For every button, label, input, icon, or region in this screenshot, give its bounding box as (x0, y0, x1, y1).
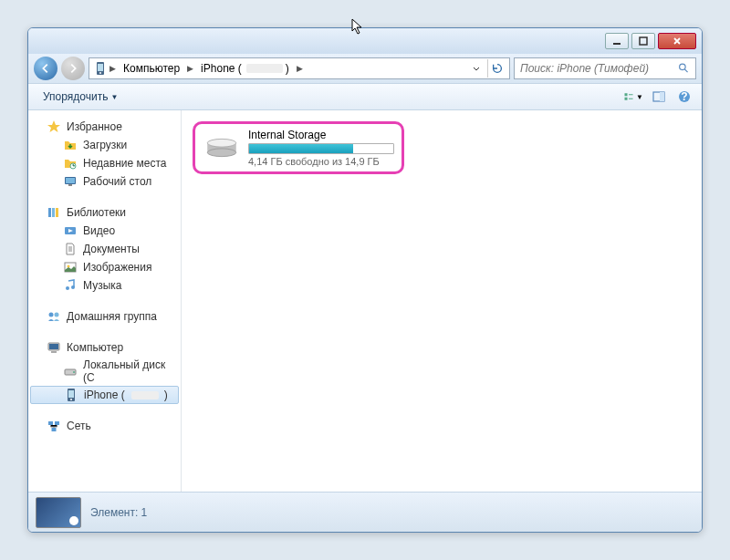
svg-rect-1 (640, 37, 647, 45)
svg-rect-28 (51, 351, 57, 353)
navigation-pane: Избранное Загрузки Недавние места Рабочи… (28, 110, 182, 492)
computer-icon (47, 340, 61, 355)
close-button[interactable] (658, 33, 696, 49)
svg-point-4 (99, 72, 101, 74)
chevron-right-icon: ▶ (185, 64, 195, 73)
svg-point-22 (66, 286, 69, 290)
svg-point-25 (55, 313, 59, 317)
svg-point-24 (49, 313, 54, 317)
status-bar: Элемент: 1 (28, 492, 702, 532)
svg-point-23 (71, 285, 75, 289)
forward-button[interactable] (61, 57, 85, 80)
command-bar: Упорядочить ▼ ▼ ? (28, 83, 702, 110)
computer-header[interactable]: Компьютер (28, 338, 181, 357)
back-button[interactable] (34, 57, 57, 80)
svg-rect-3 (98, 64, 103, 71)
sidebar-item-pictures[interactable]: Изображения (28, 258, 181, 276)
phone-icon (93, 61, 108, 76)
downloads-icon (63, 138, 78, 152)
chevron-right-icon: ▶ (108, 64, 118, 73)
drive-icon (63, 364, 78, 379)
svg-rect-27 (49, 344, 58, 349)
homegroup-header[interactable]: Домашняя группа (28, 307, 181, 326)
svg-rect-32 (68, 390, 74, 398)
address-bar[interactable]: ▶ Компьютер ▶ iPhone () ▶ (89, 57, 510, 79)
recent-icon (63, 156, 78, 171)
svg-rect-15 (68, 184, 72, 186)
svg-rect-6 (625, 93, 628, 96)
svg-point-38 (207, 139, 236, 147)
drive-subtext: 4,14 ГБ свободно из 14,9 ГБ (248, 156, 394, 167)
address-dropdown-button[interactable] (467, 59, 485, 78)
status-thumbnail (36, 497, 81, 528)
sidebar-item-recent[interactable]: Недавние места (28, 154, 181, 172)
breadcrumb-iphone[interactable]: iPhone () (195, 60, 295, 77)
content-pane[interactable]: Internal Storage 4,14 ГБ свободно из 14,… (182, 110, 702, 492)
sidebar-item-music[interactable]: Музыка (28, 276, 181, 295)
drive-name: Internal Storage (248, 129, 394, 141)
sidebar-item-desktop[interactable]: Рабочий стол (28, 172, 181, 191)
refresh-button[interactable] (487, 59, 506, 78)
search-icon (678, 62, 690, 75)
documents-icon (63, 242, 78, 256)
minimize-button[interactable] (605, 33, 629, 49)
storage-drive-icon (203, 129, 241, 167)
status-text: Элемент: 1 (90, 506, 147, 519)
svg-rect-16 (48, 208, 51, 217)
svg-text:?: ? (681, 90, 687, 103)
search-box[interactable] (514, 57, 696, 79)
network-icon (47, 419, 61, 433)
sidebar-item-videos[interactable]: Видео (28, 222, 181, 240)
breadcrumb-computer[interactable]: Компьютер (118, 60, 185, 77)
svg-rect-14 (66, 178, 75, 183)
drive-info: Internal Storage 4,14 ГБ свободно из 14,… (248, 129, 394, 167)
capacity-bar (248, 143, 394, 154)
sidebar-item-documents[interactable]: Документы (28, 240, 181, 258)
body: Избранное Загрузки Недавние места Рабочи… (28, 110, 702, 492)
svg-rect-0 (613, 43, 620, 45)
svg-point-30 (73, 371, 75, 373)
search-input[interactable] (520, 62, 678, 75)
network-header[interactable]: Сеть (28, 417, 181, 435)
desktop-icon (63, 174, 78, 189)
svg-rect-35 (55, 421, 59, 425)
sidebar-item-iphone[interactable]: iPhone () (30, 386, 179, 404)
music-icon (63, 278, 78, 293)
pictures-icon (63, 260, 78, 275)
star-icon (47, 119, 61, 134)
homegroup-icon (47, 309, 61, 324)
svg-point-5 (680, 64, 686, 70)
libraries-header[interactable]: Библиотеки (28, 203, 181, 222)
video-icon (63, 223, 78, 238)
svg-rect-18 (56, 208, 58, 217)
phone-icon (64, 388, 78, 402)
svg-rect-9 (660, 92, 664, 101)
help-button[interactable]: ? (674, 87, 694, 107)
view-options-button[interactable]: ▼ (623, 87, 643, 107)
libraries-icon (47, 205, 61, 220)
capacity-fill (249, 144, 353, 153)
organize-button[interactable]: Упорядочить ▼ (36, 87, 125, 107)
explorer-window: ▶ Компьютер ▶ iPhone () ▶ Упорядочить ▼ … (27, 27, 703, 533)
favorites-header[interactable]: Избранное (28, 118, 181, 136)
preview-pane-button[interactable] (649, 87, 669, 107)
svg-rect-36 (52, 428, 57, 431)
svg-rect-34 (48, 421, 53, 425)
drive-internal-storage[interactable]: Internal Storage 4,14 ГБ свободно из 14,… (193, 121, 404, 174)
maximize-button[interactable] (631, 33, 655, 49)
sidebar-item-local-disk[interactable]: Локальный диск (C (28, 357, 181, 386)
svg-rect-7 (625, 98, 628, 100)
sidebar-item-downloads[interactable]: Загрузки (28, 136, 181, 154)
titlebar (28, 28, 702, 54)
svg-point-33 (70, 399, 72, 400)
chevron-right-icon: ▶ (295, 64, 305, 73)
svg-rect-17 (52, 208, 55, 217)
nav-row: ▶ Компьютер ▶ iPhone () ▶ (28, 54, 702, 83)
